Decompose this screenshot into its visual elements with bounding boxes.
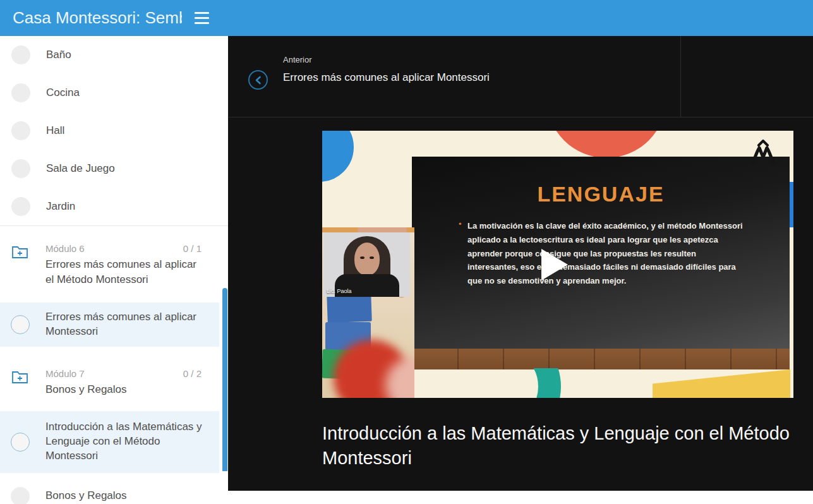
slide-bullet bbox=[459, 219, 462, 229]
video-player[interactable]: LENGUAJE La motivación es la clave del é… bbox=[322, 131, 793, 398]
sidebar-lecture-errores[interactable]: Errores más comunes al aplicar Montessor… bbox=[0, 303, 219, 347]
sidebar-scrollbar-thumb[interactable] bbox=[222, 288, 227, 471]
module-progress: 0 / 2 bbox=[183, 368, 202, 379]
module-7-header[interactable]: Módulo 7 0 / 2 Bonos y Regalos bbox=[0, 347, 219, 411]
lesson-label: Sala de Juego bbox=[46, 162, 115, 176]
lesson-status-circle bbox=[11, 83, 30, 102]
nav-header-divider bbox=[680, 36, 681, 117]
folder-plus-icon bbox=[11, 369, 28, 385]
lesson-status-circle bbox=[11, 197, 30, 216]
lecture-label: Introducción a las Matemáticas y Lenguaj… bbox=[45, 420, 203, 464]
lesson-label: Cocina bbox=[46, 86, 80, 100]
course-player-page: Casa Montessori: Semb Baño Cocina Hall S… bbox=[0, 0, 813, 504]
presenter-webcam: Lic. Paola bbox=[323, 232, 410, 297]
presentation-slide: LENGUAJE La motivación es la clave del é… bbox=[412, 157, 790, 369]
lecture-label: Bonos y Regalos bbox=[45, 489, 127, 503]
lecture-status-circle bbox=[11, 433, 30, 452]
sidebar-lecture-bonos[interactable]: Bonos y Regalos bbox=[0, 473, 219, 504]
decor-teal-arc bbox=[504, 368, 565, 398]
previous-lecture-title[interactable]: Errores más comunes al aplicar Montessor… bbox=[283, 71, 490, 84]
presenter-name-label: Lic. Paola bbox=[327, 288, 352, 294]
previous-nav-label: Anterior bbox=[283, 55, 312, 64]
slide-paragraph: La motivación es la clave del éxito acad… bbox=[467, 219, 745, 288]
top-bar: Casa Montessori: Semb bbox=[0, 0, 813, 36]
decor-yellow-shape bbox=[653, 369, 790, 398]
sidebar-item-cocina[interactable]: Cocina bbox=[0, 74, 219, 112]
module-label: Módulo 6 bbox=[45, 243, 85, 254]
play-button-icon[interactable] bbox=[540, 248, 569, 282]
module-progress: 0 / 1 bbox=[183, 243, 202, 254]
sidebar-item-sala-de-juego[interactable]: Sala de Juego bbox=[0, 150, 219, 188]
lesson-status-circle bbox=[11, 159, 30, 178]
lesson-label: Jardin bbox=[46, 200, 75, 214]
lesson-label: Hall bbox=[46, 124, 64, 138]
decor-blue-strip bbox=[790, 182, 793, 227]
sidebar-item-hall[interactable]: Hall bbox=[0, 112, 219, 150]
folder-plus-icon bbox=[11, 244, 28, 260]
previous-lecture-button[interactable] bbox=[248, 70, 268, 90]
sidebar-lecture-introduccion[interactable]: Introducción a las Matemáticas y Lenguaj… bbox=[0, 411, 219, 473]
lecture-main-area: Anterior Errores más comunes al aplicar … bbox=[228, 36, 813, 504]
hamburger-menu-icon[interactable] bbox=[195, 12, 209, 24]
module-title: Errores más comunes al aplicar el Método… bbox=[45, 257, 202, 287]
lesson-status-circle bbox=[11, 45, 30, 64]
curriculum-sidebar: Baño Cocina Hall Sala de Juego Jardin bbox=[0, 36, 228, 504]
casa-montessori-logo-icon bbox=[749, 140, 778, 167]
lesson-title: Introducción a las Matemáticas y Lenguaj… bbox=[322, 421, 793, 470]
lecture-status-circle bbox=[11, 487, 30, 504]
sidebar-item-bano[interactable]: Baño bbox=[0, 36, 219, 74]
lecture-status-circle bbox=[11, 315, 30, 334]
decor-red-circle bbox=[546, 131, 666, 158]
lesson-label: Baño bbox=[46, 48, 71, 63]
lesson-status-circle bbox=[11, 121, 30, 140]
decor-blue-ring bbox=[322, 131, 354, 182]
slide-title: LENGUAJE bbox=[412, 182, 790, 207]
decor-wood-floor bbox=[412, 349, 790, 369]
page-bottom-strip bbox=[228, 491, 813, 504]
module-title: Bonos y Regalos bbox=[45, 382, 202, 397]
course-title: Casa Montessori: Semb bbox=[0, 8, 182, 28]
module-6-header[interactable]: Módulo 6 0 / 1 Errores más comunes al ap… bbox=[0, 226, 219, 303]
lecture-nav-header: Anterior Errores más comunes al aplicar … bbox=[228, 36, 813, 117]
module-label: Módulo 7 bbox=[45, 368, 85, 379]
sidebar-item-jardin[interactable]: Jardin bbox=[0, 188, 219, 225]
chevron-left-icon bbox=[255, 76, 262, 85]
lecture-label: Errores más comunes al aplicar Montessor… bbox=[45, 310, 203, 339]
